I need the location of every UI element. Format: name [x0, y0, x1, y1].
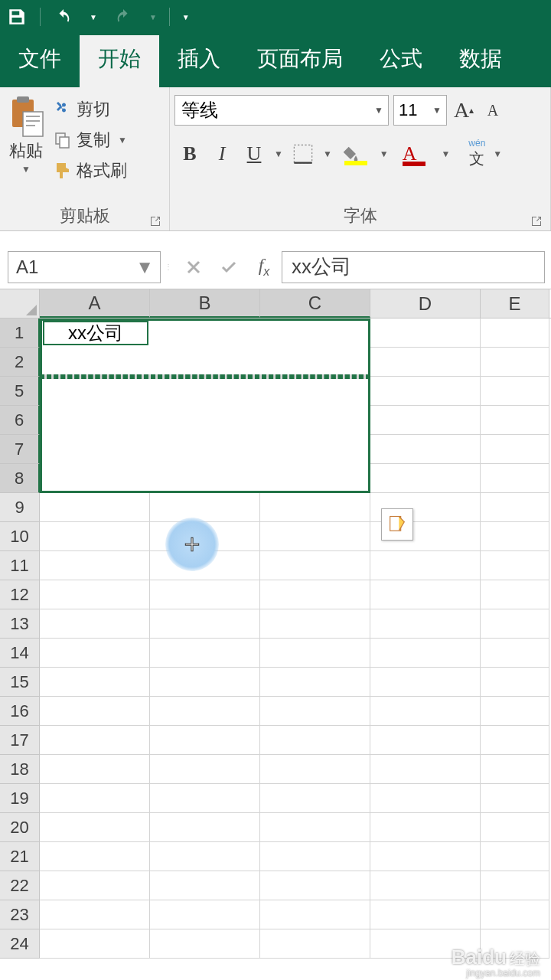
cell-C22[interactable] — [260, 871, 370, 900]
clipboard-launcher-icon[interactable] — [149, 215, 161, 227]
cell-E1[interactable] — [481, 318, 549, 348]
copy-dropdown-icon[interactable]: ▼ — [118, 135, 127, 145]
underline-button[interactable]: U — [242, 139, 266, 169]
tab-home[interactable]: 开始 — [80, 35, 159, 87]
row-header-9[interactable]: 9 — [0, 493, 40, 522]
font-launcher-icon[interactable] — [530, 215, 543, 227]
cell-C7[interactable]: 400 — [260, 435, 370, 464]
cell-A23[interactable] — [40, 900, 150, 929]
cell-B19[interactable] — [150, 784, 260, 813]
cell-A24[interactable] — [40, 929, 150, 959]
row-header-23[interactable]: 23 — [0, 900, 40, 929]
cell-C23[interactable] — [260, 900, 370, 929]
cell-E14[interactable] — [481, 639, 549, 668]
cell-E5[interactable] — [481, 377, 549, 406]
cell-E2[interactable] — [481, 348, 549, 377]
paste-button[interactable]: 粘贴 ▼ — [5, 92, 47, 200]
cell-B23[interactable] — [150, 900, 260, 929]
cell-A15[interactable] — [40, 668, 150, 697]
cell-B18[interactable] — [150, 755, 260, 784]
phonetic-button[interactable]: wén 文 — [468, 138, 485, 169]
tab-data[interactable]: 数据 — [441, 35, 520, 87]
row-header-6[interactable]: 6 — [0, 406, 40, 435]
cell-D1[interactable] — [370, 318, 481, 348]
cell-E18[interactable] — [481, 755, 549, 784]
cell-D17[interactable] — [370, 726, 481, 755]
row-header-8[interactable]: 8 — [0, 464, 40, 493]
cell-A12[interactable] — [40, 580, 150, 609]
cell-A8[interactable]: 员工7 — [40, 464, 150, 493]
cell-A16[interactable] — [40, 697, 150, 726]
cell-C12[interactable] — [260, 580, 370, 609]
row-header-21[interactable]: 21 — [0, 842, 40, 871]
underline-dropdown-icon[interactable]: ▼ — [274, 149, 283, 159]
cell-D8[interactable] — [370, 464, 481, 493]
row-header-12[interactable]: 12 — [0, 580, 40, 609]
cell-A13[interactable] — [40, 609, 150, 639]
name-box[interactable]: A1 ▼ — [8, 251, 161, 283]
cell-A1[interactable] — [40, 318, 150, 348]
format-painter-button[interactable]: 格式刷 — [51, 158, 130, 184]
border-button[interactable] — [291, 139, 315, 169]
row-header-15[interactable]: 15 — [0, 668, 40, 697]
row-header-17[interactable]: 17 — [0, 726, 40, 755]
decrease-font-button[interactable]: A — [481, 95, 505, 126]
cell-A21[interactable] — [40, 842, 150, 871]
cell-E15[interactable] — [481, 668, 549, 697]
cell-A6[interactable]: 员工5 — [40, 406, 150, 435]
cell-B7[interactable]: 运营部 — [150, 435, 260, 464]
row-header-14[interactable]: 14 — [0, 639, 40, 668]
cell-E23[interactable] — [481, 900, 549, 929]
fill-dropdown-icon[interactable]: ▼ — [380, 149, 389, 159]
cell-B2[interactable]: 所属部门 — [150, 348, 260, 377]
cell-E21[interactable] — [481, 842, 549, 871]
cell-D20[interactable] — [370, 813, 481, 842]
cell-B5[interactable]: 运营部 — [150, 377, 260, 406]
cell-B1[interactable] — [150, 318, 260, 348]
cell-E12[interactable] — [481, 580, 549, 609]
cell-C8[interactable]: 200 — [260, 464, 370, 493]
cell-C15[interactable] — [260, 668, 370, 697]
select-all-corner[interactable] — [0, 289, 40, 318]
row-header-18[interactable]: 18 — [0, 755, 40, 784]
cell-D2[interactable] — [370, 348, 481, 377]
cell-D11[interactable] — [370, 551, 481, 580]
cell-A10[interactable] — [40, 522, 150, 551]
cell-E13[interactable] — [481, 609, 549, 639]
row-header-16[interactable]: 16 — [0, 697, 40, 726]
cell-E20[interactable] — [481, 813, 549, 842]
formula-input[interactable]: xx公司 — [282, 251, 545, 283]
cell-D23[interactable] — [370, 900, 481, 929]
cell-A18[interactable] — [40, 755, 150, 784]
cell-A14[interactable] — [40, 639, 150, 668]
cell-E17[interactable] — [481, 726, 549, 755]
cell-C18[interactable] — [260, 755, 370, 784]
row-header-24[interactable]: 24 — [0, 929, 40, 959]
paste-dropdown-icon[interactable]: ▼ — [21, 164, 31, 175]
cell-B22[interactable] — [150, 871, 260, 900]
spreadsheet-grid[interactable]: A B C D E 12员工1所属部门奖金5员工4运营部6006员工5运营部30… — [0, 289, 551, 959]
cell-D13[interactable] — [370, 609, 481, 639]
cell-C1[interactable] — [260, 318, 370, 348]
cell-B20[interactable] — [150, 813, 260, 842]
row-header-11[interactable]: 11 — [0, 551, 40, 580]
undo-icon[interactable] — [53, 6, 74, 28]
cell-D14[interactable] — [370, 639, 481, 668]
qat-customize-icon[interactable]: ▼ — [182, 13, 190, 21]
increase-font-button[interactable]: A▴ — [452, 95, 476, 126]
cell-B12[interactable] — [150, 580, 260, 609]
col-header-C[interactable]: C — [260, 289, 370, 318]
cell-A2[interactable]: 员工1 — [40, 348, 150, 377]
cell-D16[interactable] — [370, 697, 481, 726]
cell-D6[interactable] — [370, 406, 481, 435]
border-dropdown-icon[interactable]: ▼ — [323, 149, 332, 159]
cell-D21[interactable] — [370, 842, 481, 871]
cell-A7[interactable]: 员工6 — [40, 435, 150, 464]
cell-C24[interactable] — [260, 929, 370, 959]
cell-B24[interactable] — [150, 929, 260, 959]
cell-E10[interactable] — [481, 522, 549, 551]
cell-D5[interactable] — [370, 377, 481, 406]
cell-E8[interactable] — [481, 464, 549, 493]
cell-A22[interactable] — [40, 871, 150, 900]
col-header-D[interactable]: D — [370, 289, 481, 318]
